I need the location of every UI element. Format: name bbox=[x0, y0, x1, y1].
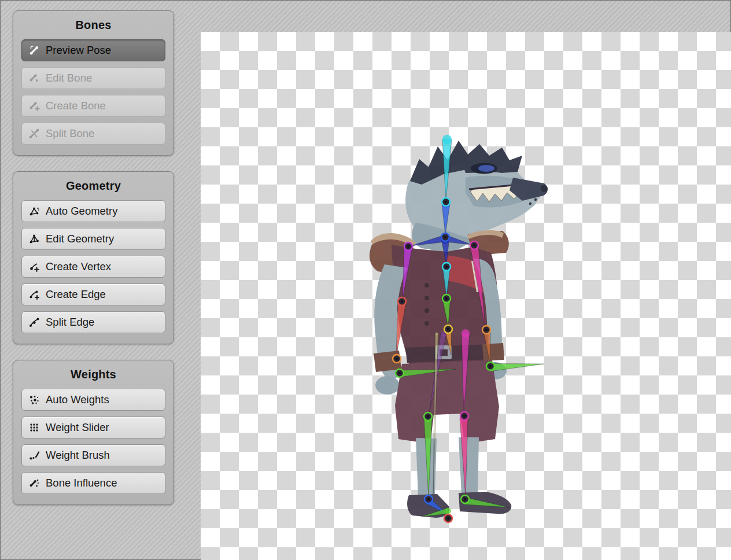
panel-weights: Weights Auto Weights Weight Slider Weigh… bbox=[13, 360, 174, 505]
button-label: Preview Pose bbox=[46, 44, 111, 57]
character-sprite bbox=[370, 141, 548, 518]
button-label: Create Bone bbox=[46, 100, 106, 112]
panel-bones-title: Bones bbox=[21, 11, 165, 39]
panel-geometry-title: Geometry bbox=[21, 172, 165, 200]
button-label: Auto Weights bbox=[46, 393, 109, 406]
weight-slider-button[interactable]: Weight Slider bbox=[21, 417, 165, 439]
weight-slider-icon bbox=[28, 422, 40, 433]
split-bone-icon bbox=[28, 128, 40, 139]
create-edge-icon bbox=[28, 289, 40, 300]
weight-brush-button[interactable]: Weight Brush bbox=[21, 444, 165, 466]
button-label: Auto Geometry bbox=[46, 205, 117, 218]
weight-brush-icon bbox=[28, 450, 40, 461]
button-label: Weight Slider bbox=[46, 421, 109, 434]
bone-influence-button[interactable]: Bone Influence bbox=[21, 472, 165, 494]
skinning-editor-window: Bones Preview Pose Edit Bone Create Bone… bbox=[0, 0, 731, 560]
edit-bone-button[interactable]: Edit Bone bbox=[21, 67, 165, 89]
canvas-svg bbox=[201, 32, 731, 560]
split-edge-icon bbox=[28, 316, 40, 328]
sprite-canvas[interactable] bbox=[201, 32, 731, 560]
create-vertex-button[interactable]: Create Vertex bbox=[21, 256, 165, 278]
button-label: Weight Brush bbox=[46, 449, 110, 462]
preview-pose-button[interactable]: Preview Pose bbox=[21, 39, 165, 61]
auto-geometry-button[interactable]: Auto Geometry bbox=[21, 200, 165, 222]
split-bone-button[interactable]: Split Bone bbox=[21, 123, 165, 145]
create-bone-button[interactable]: Create Bone bbox=[21, 95, 165, 117]
edit-geometry-icon bbox=[28, 233, 40, 245]
create-bone-icon bbox=[28, 100, 40, 112]
create-edge-button[interactable]: Create Edge bbox=[21, 283, 165, 305]
edit-bone-icon bbox=[28, 72, 40, 84]
preview-pose-icon bbox=[28, 45, 40, 56]
button-label: Create Vertex bbox=[46, 260, 111, 273]
button-label: Edit Geometry bbox=[46, 233, 114, 245]
auto-weights-button[interactable]: Auto Weights bbox=[21, 389, 165, 411]
button-label: Bone Influence bbox=[46, 477, 117, 489]
button-label: Split Bone bbox=[46, 127, 94, 140]
bone-influence-icon bbox=[28, 477, 40, 489]
panel-weights-title: Weights bbox=[21, 360, 165, 389]
edit-geometry-button[interactable]: Edit Geometry bbox=[21, 228, 165, 250]
button-label: Split Edge bbox=[46, 316, 94, 329]
create-vertex-icon bbox=[28, 261, 40, 272]
panel-geometry: Geometry Auto Geometry Edit Geometry Cre… bbox=[13, 171, 174, 344]
button-label: Create Edge bbox=[46, 288, 106, 301]
button-label: Edit Bone bbox=[46, 72, 92, 84]
auto-geometry-icon bbox=[28, 205, 40, 217]
panel-bones: Bones Preview Pose Edit Bone Create Bone… bbox=[13, 10, 174, 156]
split-edge-button[interactable]: Split Edge bbox=[21, 311, 165, 333]
auto-weights-icon bbox=[28, 394, 40, 406]
